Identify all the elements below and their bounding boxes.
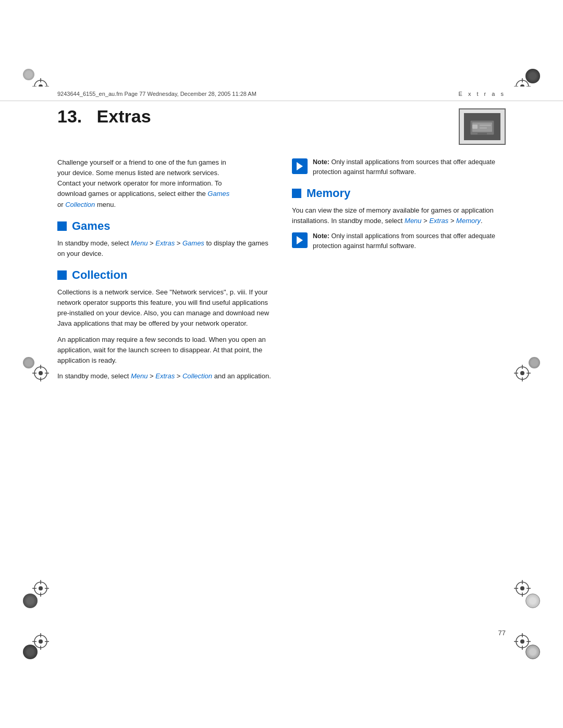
link-extras-memory: Extras xyxy=(429,217,448,225)
note-arrow-icon-1 xyxy=(297,162,303,170)
svg-point-43 xyxy=(520,586,524,590)
link-collection-intro: Collection xyxy=(65,201,95,208)
games-body: In standby mode, select Menu > Extras > … xyxy=(57,238,271,259)
svg-point-19 xyxy=(520,371,524,375)
chapter-header: 13. Extras xyxy=(57,106,506,145)
note-text-2: Note: Only install applications from sou… xyxy=(313,231,506,251)
games-title: Games xyxy=(72,219,110,233)
collection-heading: Collection xyxy=(57,268,271,282)
svg-rect-50 xyxy=(478,133,487,135)
memory-section-icon xyxy=(292,189,301,198)
memory-title: Memory xyxy=(307,187,350,200)
deco-circle-bot-left xyxy=(23,645,38,659)
note-text-1: Note: Only install applications from sou… xyxy=(313,157,506,177)
svg-point-25 xyxy=(39,639,43,644)
deco-circle-botmid-right xyxy=(525,594,540,608)
link-extras-games: Extras xyxy=(155,239,175,247)
column-right: Note: Only install applications from sou… xyxy=(292,157,506,387)
svg-rect-53 xyxy=(480,127,487,129)
link-memory-section: Memory xyxy=(456,217,481,225)
header-bar: 9243644_6155_en_au.fm Page 77 Wednesday,… xyxy=(0,87,563,101)
content-area: 13. Extras Ch xyxy=(57,101,506,624)
note-icon-1 xyxy=(292,158,308,174)
two-column-layout: Challenge yourself or a friend to one of… xyxy=(57,157,506,387)
games-heading: Games xyxy=(57,219,271,233)
note-box-2: Note: Only install applications from sou… xyxy=(292,231,506,251)
reg-mark-mid-left xyxy=(31,364,50,382)
collection-para2: An application may require a few seconds… xyxy=(57,335,271,366)
link-menu-memory: Menu xyxy=(405,217,422,225)
note-box-1: Note: Only install applications from sou… xyxy=(292,157,506,177)
page-number: 77 xyxy=(498,629,506,637)
header-section-title: E x t r a s xyxy=(459,91,506,97)
deco-circle-botmid-left xyxy=(23,594,38,608)
deco-circle-bot-right xyxy=(525,645,540,659)
header-filename: 9243644_6155_en_au.fm Page 77 Wednesday,… xyxy=(57,91,256,97)
link-games-intro: Games xyxy=(207,190,229,198)
memory-body: You can view the size of memory availabl… xyxy=(292,205,506,226)
chapter-title: 13. Extras xyxy=(57,106,151,126)
note-label-2: Note: xyxy=(313,232,329,240)
svg-point-37 xyxy=(39,586,43,590)
link-menu-collection: Menu xyxy=(131,372,148,380)
link-extras-collection: Extras xyxy=(155,372,175,380)
chapter-image xyxy=(459,108,506,145)
deco-circle-mid-right xyxy=(529,357,540,368)
device-image-inner xyxy=(464,113,500,140)
column-left: Challenge yourself or a friend to one of… xyxy=(57,157,271,387)
svg-point-13 xyxy=(39,371,43,375)
collection-para3: In standby mode, select Menu > Extras > … xyxy=(57,371,271,381)
link-collection-section: Collection xyxy=(182,372,212,380)
collection-para1: Collections is a network service. See "N… xyxy=(57,287,271,329)
note-arrow-icon-2 xyxy=(297,236,303,244)
deco-circle-top-left xyxy=(23,69,34,80)
chapter-title-group: 13. Extras xyxy=(57,106,151,127)
collection-section-icon xyxy=(57,270,67,280)
svg-rect-51 xyxy=(472,125,478,129)
deco-circle-mid-left xyxy=(23,357,34,368)
memory-heading: Memory xyxy=(292,187,506,200)
deco-circle-top-right xyxy=(525,69,540,83)
games-section-icon xyxy=(57,221,67,231)
intro-paragraph: Challenge yourself or a friend to one of… xyxy=(57,157,235,210)
link-games-section: Games xyxy=(182,239,204,247)
note-label-1: Note: xyxy=(313,158,329,166)
svg-rect-52 xyxy=(480,125,491,126)
svg-point-31 xyxy=(520,639,524,644)
collection-title: Collection xyxy=(72,268,127,282)
reg-mark-mid-right xyxy=(513,364,532,382)
link-menu-games: Menu xyxy=(131,239,148,247)
note-icon-2 xyxy=(292,232,308,248)
